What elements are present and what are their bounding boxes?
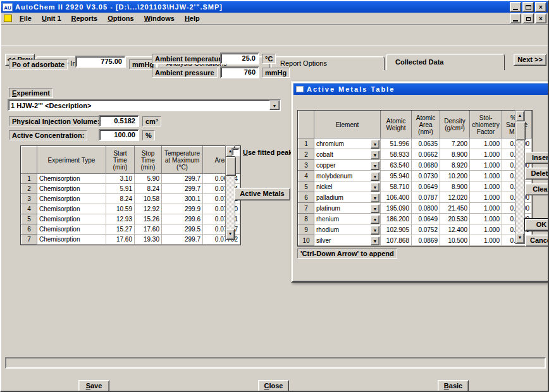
table-cell[interactable]: 95.940 <box>381 171 412 181</box>
element-dropdown-icon[interactable]: ▼ <box>371 150 379 159</box>
element-cell[interactable]: palladium▼ <box>314 192 381 203</box>
table-cell[interactable]: 21.450 <box>440 203 470 214</box>
minimize-icon[interactable] <box>510 2 521 12</box>
table-cell[interactable]: 0.0649 <box>412 214 440 224</box>
element-cell[interactable]: silver▼ <box>314 235 381 246</box>
element-dropdown-icon[interactable]: ▼ <box>371 215 379 224</box>
ambient-pressure-input[interactable]: 760 <box>220 66 259 78</box>
table-cell[interactable]: 8.920 <box>440 160 470 171</box>
table-cell[interactable]: 12.020 <box>440 192 470 203</box>
table-cell[interactable]: 10.58 <box>135 194 162 204</box>
cancel-button[interactable]: Cancel <box>525 235 549 247</box>
table-cell[interactable]: 15.27 <box>106 224 135 235</box>
element-dropdown-icon[interactable]: ▼ <box>371 161 379 170</box>
mdi-close-icon[interactable]: × <box>535 13 546 23</box>
table-cell[interactable]: 8.24 <box>135 184 162 194</box>
table-cell[interactable]: 102.905 <box>381 224 412 235</box>
table-cell[interactable]: 63.540 <box>381 160 412 171</box>
table-cell[interactable]: 58.710 <box>381 181 412 192</box>
table-cell[interactable]: 0.0730 <box>412 171 440 181</box>
close-button[interactable]: Close <box>258 380 289 392</box>
table-cell[interactable]: Chemisorption <box>37 194 106 204</box>
basic-button[interactable]: Basic <box>438 380 469 392</box>
element-dropdown-icon[interactable]: ▼ <box>371 172 379 181</box>
table-cell[interactable]: 5.91 <box>106 184 135 194</box>
mdi-minimize-icon[interactable] <box>510 13 521 23</box>
table-cell[interactable]: 299.6 <box>162 214 203 224</box>
scrollbar-track[interactable] <box>226 157 235 229</box>
element-cell[interactable]: rhenium▼ <box>314 214 381 224</box>
table-cell[interactable]: 299.5 <box>162 224 203 235</box>
ambient-temperature-input[interactable]: 25.0 <box>220 52 259 64</box>
table-cell[interactable]: 10.200 <box>440 171 470 181</box>
element-cell[interactable]: rhodium▼ <box>314 224 381 235</box>
table-cell[interactable]: 17.60 <box>135 224 162 235</box>
menu-unit-1[interactable]: Unit 1 <box>37 13 66 23</box>
table-cell[interactable]: 19.30 <box>135 235 162 245</box>
menu-options[interactable]: Options <box>102 13 139 23</box>
element-cell[interactable]: cobalt▼ <box>314 149 381 160</box>
table-cell[interactable]: 1.000 <box>470 203 502 214</box>
element-cell[interactable]: copper▼ <box>314 160 381 171</box>
table-cell[interactable]: 1.000 <box>470 160 502 171</box>
save-button[interactable]: Save <box>78 380 109 392</box>
table-cell[interactable]: 10.500 <box>440 235 470 246</box>
po-adsorbate-input[interactable]: 775.00 <box>75 56 126 68</box>
delete-button[interactable]: Delete <box>525 168 549 180</box>
table-cell[interactable]: 10.59 <box>106 204 135 214</box>
table-cell[interactable]: 58.933 <box>381 149 412 160</box>
table-cell[interactable]: Chemisorption <box>37 184 106 194</box>
table-cell[interactable]: 1.000 <box>470 149 502 160</box>
element-dropdown-icon[interactable]: ▼ <box>371 236 379 245</box>
table-cell[interactable]: 299.7 <box>162 235 203 245</box>
use-fitted-peaks-label[interactable]: Use fitted peaks <box>243 149 296 156</box>
element-dropdown-icon[interactable]: ▼ <box>371 193 379 202</box>
menu-file[interactable]: File <box>15 13 37 23</box>
menu-reports[interactable]: Reports <box>66 13 103 23</box>
scroll-up-icon[interactable]: ▲ <box>515 111 524 121</box>
table-cell[interactable]: 1.000 <box>470 192 502 203</box>
table-cell[interactable]: 0.0787 <box>412 192 440 203</box>
table-cell[interactable]: 51.996 <box>381 138 412 149</box>
clear-button[interactable]: Clear <box>525 183 549 195</box>
mdi-restore-icon[interactable] <box>522 13 534 23</box>
table-cell[interactable]: 12.400 <box>440 224 470 235</box>
table-cell[interactable]: 1.000 <box>470 181 502 192</box>
table-cell[interactable]: 0.0800 <box>412 203 440 214</box>
table-cell[interactable]: 106.400 <box>381 192 412 203</box>
experiment-select[interactable]: 1 HJW-2'" <Description> ▼ <box>8 99 281 111</box>
scroll-down-icon[interactable]: ▼ <box>515 233 524 243</box>
table-cell[interactable]: 17.60 <box>106 235 135 245</box>
insert-button[interactable]: Insert <box>525 152 549 164</box>
menu-help[interactable]: Help <box>180 13 205 23</box>
element-cell[interactable]: platinum▼ <box>314 203 381 214</box>
scroll-down-icon[interactable]: ▼ <box>226 229 235 240</box>
table-cell[interactable]: Chemisorption <box>37 204 106 214</box>
maximize-icon[interactable] <box>522 2 534 12</box>
table-cell[interactable]: Chemisorption <box>37 174 106 184</box>
element-cell[interactable]: chromium▼ <box>314 138 381 149</box>
scrollbar-track[interactable] <box>515 121 524 233</box>
table-cell[interactable]: 8.900 <box>440 181 470 192</box>
element-dropdown-icon[interactable]: ▼ <box>371 226 379 235</box>
tab-collected-data[interactable]: Collected Data <box>386 54 505 70</box>
active-concentration-input[interactable]: 100.00 <box>99 129 139 141</box>
table-cell[interactable]: 1.000 <box>470 171 502 181</box>
table-cell[interactable]: 299.7 <box>162 184 203 194</box>
table-cell[interactable]: 3.10 <box>106 174 135 184</box>
table-cell[interactable]: 15.26 <box>135 214 162 224</box>
metals-scrollbar[interactable]: ▲ ▼ <box>515 110 525 244</box>
scrollbar-thumb[interactable] <box>226 157 236 176</box>
table-cell[interactable]: 1.000 <box>470 235 502 246</box>
table-cell[interactable]: 300.1 <box>162 194 203 204</box>
table-cell[interactable]: 0.0869 <box>412 235 440 246</box>
element-dropdown-icon[interactable]: ▼ <box>371 204 379 213</box>
dropdown-arrow-icon[interactable]: ▼ <box>269 101 280 110</box>
scrollbar-thumb[interactable] <box>515 121 526 140</box>
active-metals-button[interactable]: Active Metals <box>234 188 290 200</box>
use-fitted-peaks-checkbox[interactable] <box>231 148 240 156</box>
close-icon[interactable]: × <box>535 2 546 12</box>
table-cell[interactable]: 1.000 <box>470 224 502 235</box>
table-cell[interactable]: 195.090 <box>381 203 412 214</box>
table-cell[interactable]: 186.200 <box>381 214 412 224</box>
